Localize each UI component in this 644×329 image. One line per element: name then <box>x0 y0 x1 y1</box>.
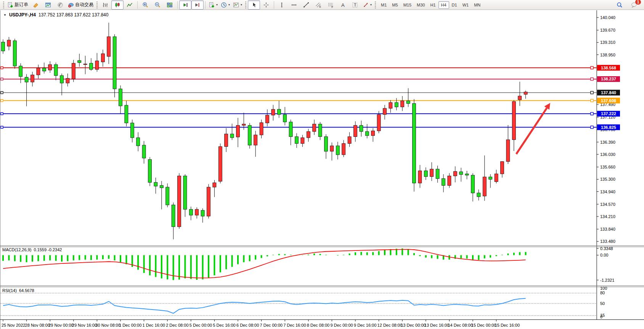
candle-34 <box>201 210 204 216</box>
crosshair-button[interactable] <box>260 0 272 10</box>
bars-icon <box>102 2 108 8</box>
cursor-button[interactable] <box>248 0 260 10</box>
new-order-button[interactable]: 新订单 <box>6 0 30 10</box>
svg-text:28 Nov 08:00: 28 Nov 08:00 <box>25 323 50 327</box>
timeframe-w1-button[interactable]: W1 <box>460 1 472 9</box>
line-handle-right[interactable] <box>591 126 593 128</box>
svg-text:5 Dec 00:00: 5 Dec 00:00 <box>190 323 212 327</box>
line-handle-right[interactable] <box>591 66 593 69</box>
auto-scroll-button[interactable] <box>179 0 191 10</box>
text-button[interactable]: A <box>337 0 349 10</box>
timeframe-h1-button[interactable]: H1 <box>427 1 438 9</box>
price-label-138.568[interactable]: 138.568 <box>597 65 620 71</box>
price-label-137.840[interactable]: 137.840 <box>597 90 620 95</box>
arrows-button[interactable]: ▾ <box>361 0 373 10</box>
zoom-out-button[interactable] <box>151 0 164 10</box>
cloud-icon <box>68 2 74 8</box>
candle-68 <box>401 101 404 107</box>
candle-51 <box>301 138 304 143</box>
line-handle-left[interactable] <box>1 91 3 94</box>
candlestick-chart-button[interactable] <box>111 0 124 10</box>
bar-chart-button[interactable] <box>99 0 111 10</box>
line-handle-left[interactable] <box>1 67 3 69</box>
chevron-down-icon[interactable]: ▾ <box>216 3 218 6</box>
chevron-down-icon[interactable]: ▾ <box>228 3 230 6</box>
trendline-button[interactable] <box>300 0 312 10</box>
horizontal-line-button[interactable] <box>288 0 300 10</box>
timeframe-m30-button[interactable]: M30 <box>414 1 427 9</box>
candle-38 <box>225 134 228 146</box>
chart-shift-button[interactable] <box>191 0 204 10</box>
rsi-value: 64.5678 <box>19 288 34 293</box>
timeframe-mn-button[interactable]: MN <box>471 1 483 9</box>
candle-85 <box>501 162 504 174</box>
chevron-down-icon[interactable]: ▾ <box>370 3 372 6</box>
search-button[interactable] <box>615 1 624 9</box>
equidistant-channel-button[interactable]: E <box>312 0 324 10</box>
timeframe-m1-button[interactable]: M1 <box>378 1 389 9</box>
candle-67 <box>395 103 398 107</box>
trend-arrow-annotation[interactable] <box>516 103 550 154</box>
candle-76 <box>448 176 451 185</box>
line-handle-right[interactable] <box>591 99 593 102</box>
timeframe-m5-button[interactable]: M5 <box>389 1 400 9</box>
candle-70 <box>413 104 416 183</box>
line-handle-left[interactable] <box>1 126 3 128</box>
text-label-button[interactable]: T <box>349 0 361 10</box>
line-handle-left[interactable] <box>1 112 3 115</box>
auto-trading-button[interactable]: 自动交易 <box>66 0 95 10</box>
timeframe-h4-button[interactable]: H4 <box>438 1 449 9</box>
zoom-in-button[interactable] <box>139 0 151 10</box>
toolbar-separator <box>137 1 138 9</box>
periods-button[interactable]: ▾ <box>219 0 231 10</box>
svg-text:-1.2321: -1.2321 <box>600 278 614 282</box>
zoom-out-icon <box>154 2 161 8</box>
collapse-triangle-icon[interactable]: ▼ <box>3 13 6 17</box>
price-label-136.825[interactable]: 136.825 <box>597 124 620 130</box>
line-chart-button[interactable] <box>124 0 136 10</box>
templates-button[interactable]: ▾ <box>231 0 244 10</box>
vertical-line-button[interactable] <box>276 0 288 10</box>
candle-75 <box>442 179 445 186</box>
line-handle-right[interactable] <box>591 112 593 115</box>
fibonacci-button[interactable]: F <box>324 0 337 10</box>
indicators-button[interactable]: ▾ <box>207 0 219 10</box>
chart-window-button[interactable] <box>42 0 54 10</box>
candle-11 <box>66 78 69 83</box>
candle-40 <box>236 125 240 137</box>
line-handle-right[interactable] <box>591 78 593 80</box>
candle-15 <box>90 63 93 69</box>
line-handle-left[interactable] <box>1 100 3 102</box>
rsi-pane: 1008050150 <box>0 286 607 319</box>
price-label-137.608[interactable]: 137.608 <box>597 98 620 103</box>
candle-29 <box>172 205 175 226</box>
chart-window: 140.040139.670139.310138.950137.490137.1… <box>0 10 644 329</box>
timeframe-m15-button[interactable]: M15 <box>401 1 414 9</box>
candle-53 <box>313 124 316 132</box>
candle-7 <box>42 68 46 71</box>
tiles-icon <box>167 2 173 8</box>
price-chart-canvas[interactable]: 140.040139.670139.310138.950137.490137.1… <box>0 10 644 329</box>
tile-windows-button[interactable] <box>164 0 176 10</box>
price-label-137.222[interactable]: 137.222 <box>597 111 620 117</box>
timeframe-d1-button[interactable]: D1 <box>449 1 460 9</box>
candle-49 <box>289 122 292 136</box>
toolbar-drag-handle[interactable] <box>374 2 376 8</box>
svg-text:7 Dec 00:00: 7 Dec 00:00 <box>260 323 283 327</box>
highlighter-button[interactable] <box>30 0 42 10</box>
notifications-button[interactable]: 1 <box>630 1 639 9</box>
line-handle-right[interactable] <box>591 91 593 94</box>
toolbar-drag-handle[interactable] <box>96 2 98 8</box>
chevron-down-icon[interactable]: ▾ <box>241 3 242 6</box>
candles <box>2 22 528 239</box>
svg-text:12 Dec 08:00: 12 Dec 08:00 <box>377 323 402 327</box>
ohlc-values: 137.752 137.863 137.622 137.840 <box>39 12 109 18</box>
toolbar-drag-handle[interactable] <box>3 2 5 8</box>
toolbar-drag-handle[interactable] <box>245 2 247 8</box>
signal-button[interactable] <box>54 0 66 10</box>
fibo-icon: F <box>328 2 334 8</box>
candle-17 <box>101 54 104 62</box>
candle-83 <box>489 177 492 179</box>
line-handle-left[interactable] <box>1 78 3 80</box>
price-label-138.237[interactable]: 138.237 <box>597 76 620 82</box>
